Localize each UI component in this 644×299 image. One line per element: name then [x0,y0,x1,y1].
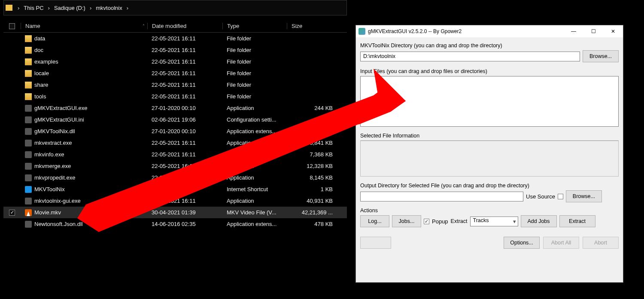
extract-type-select[interactable]: Tracks [470,217,518,226]
chevron-right-icon[interactable]: › [86,5,95,11]
file-type: MKV Video File (V... [227,209,293,216]
selected-file-info-label: Selected File Information [360,133,619,139]
window-title: gMKVExtractGUI v2.5.2.0 -- By Gpower2 [368,28,564,34]
column-header-name[interactable]: Name˄ [21,23,147,29]
file-date: 22-05-2021 16:11 [152,58,227,65]
table-row[interactable]: Newtonsoft.Json.dll14-06-2016 02:35Appli… [3,218,347,230]
file-type: Application [227,163,293,169]
table-row[interactable]: data22-05-2021 16:11File folder [3,33,347,44]
abort-button[interactable]: Abort [583,237,619,249]
file-size: 244 KB [293,105,336,111]
maximize-button[interactable]: ☐ [583,25,603,37]
chevron-right-icon[interactable]: › [123,5,132,11]
chevron-right-icon[interactable]: › [45,5,53,11]
table-row[interactable]: locale22-05-2021 16:11File folder [3,67,347,79]
sort-arrow-icon: ˄ [143,24,145,28]
breadcrumb[interactable]: › This PC › Sadique (D:) › mkvtoolnix › [3,0,347,15]
file-date: 22-05-2021 16:11 [152,82,227,88]
browse-output-button[interactable]: Browse... [566,190,602,202]
add-jobs-button[interactable]: Add Jobs [521,215,557,227]
file-size: 478 KB [293,221,336,227]
use-source-checkbox[interactable] [558,194,563,199]
column-header-size[interactable]: Size [287,23,330,29]
minimize-button[interactable]: — [564,25,583,37]
file-size: 8,145 KB [293,174,336,181]
file-type: File folder [227,70,293,76]
table-row[interactable]: mkvmerge.exe22-05-2021 16:11Application1… [3,160,347,172]
app-icon [358,28,365,35]
mkvtoolnix-dir-input[interactable] [360,52,580,61]
file-date: 22-05-2021 16:11 [152,47,227,53]
breadcrumb-segment[interactable]: mkvtoolnix [95,5,123,11]
table-row[interactable]: mkvinfo.exe22-05-2021 16:11Application7,… [3,149,347,160]
table-row[interactable]: share22-05-2021 16:11File folder [3,79,347,91]
log-button[interactable]: Log... [360,215,389,227]
file-date: 22-05-2021 16:11 [152,174,227,181]
file-name: tools [34,93,46,100]
abort-all-button[interactable]: Abort All [543,237,579,249]
file-name: data [34,35,45,42]
options-button[interactable]: Options... [504,237,540,249]
file-type: Application [227,105,293,111]
file-size: 7,368 KB [293,151,336,158]
file-type: Application extens... [227,128,293,134]
extract-button[interactable]: Extract [559,215,595,227]
file-date: 27-01-2020 00:10 [152,128,227,134]
file-date: 02-06-2021 19:06 [152,116,227,123]
dll-icon [25,221,32,228]
table-row[interactable]: examples22-05-2021 16:11File folder [3,56,347,67]
file-size: 40,931 KB [293,198,336,204]
chevron-right-icon[interactable]: › [14,5,23,11]
file-size: 1 KB [293,116,336,123]
browse-button[interactable]: Browse... [583,50,619,62]
folder-icon [25,47,32,54]
exe-icon [25,198,32,204]
file-name: locale [34,70,49,76]
output-dir-input[interactable] [360,192,523,201]
folder-icon [25,82,32,88]
table-row[interactable]: mkvtoolnix-gui.exe22-05-2021 16:11Applic… [3,195,347,207]
file-type: File folder [227,47,293,53]
table-row[interactable]: tools22-05-2021 16:11File folder [3,91,347,102]
select-all-checkbox[interactable] [3,23,21,29]
extract-prefix-label: Extract [451,218,468,224]
jobs-button[interactable]: Jobs... [392,215,421,227]
file-explorer-window: › This PC › Sadique (D:) › mkvtoolnix › … [3,0,347,230]
table-row[interactable]: ✓Movie.mkv30-04-2021 01:39MKV Video File… [3,207,347,218]
table-row[interactable]: gMKVExtractGUI.exe27-01-2020 00:10Applic… [3,102,347,114]
close-button[interactable]: ✕ [603,25,623,37]
breadcrumb-segment[interactable]: Sadique (D:) [53,5,86,11]
table-row[interactable]: gMKVExtractGUI.ini02-06-2021 19:06Config… [3,114,347,125]
popup-checkbox[interactable]: ✓ [424,219,429,224]
row-checkbox[interactable]: ✓ [9,210,15,216]
file-name: mkvmerge.exe [34,163,71,169]
file-type: File folder [227,58,293,65]
column-header-type[interactable]: Type [222,23,287,29]
table-row[interactable]: doc22-05-2021 16:11File folder [3,44,347,56]
input-files-label: Input Files (you can drag and drop files… [360,68,619,74]
exe-icon [25,163,32,170]
link-icon [25,186,32,193]
table-row[interactable]: MKVToolNix22-05-2021 16:11Internet Short… [3,183,347,195]
file-date: 22-05-2021 16:11 [152,70,227,76]
input-files-listbox[interactable] [360,76,619,127]
table-row[interactable]: mkvextract.exe22-05-2021 16:11Applicatio… [3,137,347,149]
folder-icon [25,70,32,77]
file-date: 22-05-2021 16:11 [152,186,227,192]
file-name: gMKVExtractGUI.exe [34,105,88,111]
titlebar[interactable]: gMKVExtractGUI v2.5.2.0 -- By Gpower2 — … [356,25,623,37]
file-date: 22-05-2021 16:11 [152,163,227,169]
table-row[interactable]: mkvpropedit.exe22-05-2021 16:11Applicati… [3,172,347,183]
file-date: 14-06-2016 02:35 [152,221,227,227]
breadcrumb-segment[interactable]: This PC [23,5,44,11]
file-type: File folder [227,35,293,42]
progress-placeholder [360,237,391,249]
folder-icon [25,58,32,65]
use-source-label: Use Source [526,193,555,200]
column-header-date[interactable]: Date modified [147,23,222,29]
table-row[interactable]: gMKVToolNix.dll27-01-2020 00:10Applicati… [3,125,347,137]
file-type: Application [227,174,293,181]
file-type: Internet Shortcut [227,186,293,192]
file-name: mkvpropedit.exe [34,174,75,181]
file-date: 22-05-2021 16:11 [152,151,227,158]
